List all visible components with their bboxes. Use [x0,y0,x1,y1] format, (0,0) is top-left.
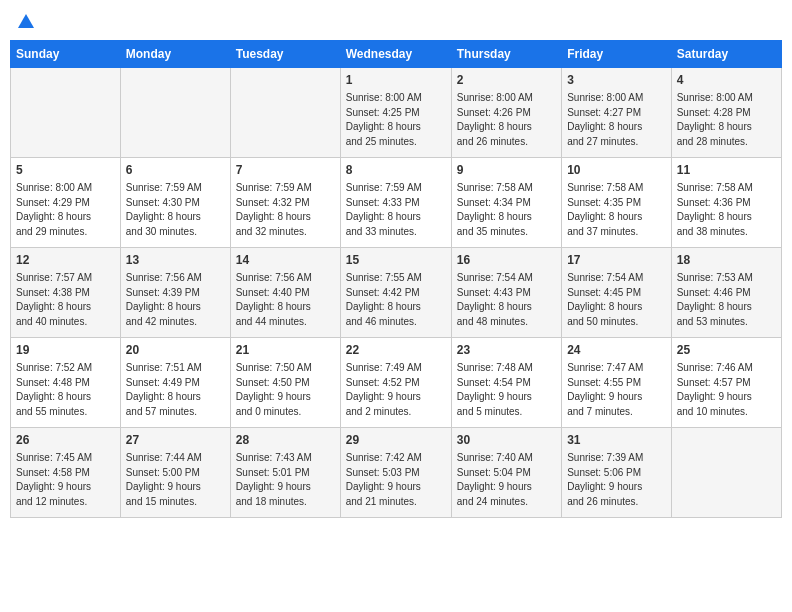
calendar-cell: 22Sunrise: 7:49 AM Sunset: 4:52 PM Dayli… [340,338,451,428]
day-info: Sunrise: 7:51 AM Sunset: 4:49 PM Dayligh… [126,361,225,419]
logo-triangle-icon [18,12,34,28]
day-number: 13 [126,252,225,269]
calendar-cell: 11Sunrise: 7:58 AM Sunset: 4:36 PM Dayli… [671,158,781,248]
day-info: Sunrise: 8:00 AM Sunset: 4:28 PM Dayligh… [677,91,776,149]
day-info: Sunrise: 7:58 AM Sunset: 4:35 PM Dayligh… [567,181,666,239]
calendar-cell: 30Sunrise: 7:40 AM Sunset: 5:04 PM Dayli… [451,428,561,518]
calendar-cell: 31Sunrise: 7:39 AM Sunset: 5:06 PM Dayli… [562,428,672,518]
calendar-cell: 3Sunrise: 8:00 AM Sunset: 4:27 PM Daylig… [562,68,672,158]
day-info: Sunrise: 7:44 AM Sunset: 5:00 PM Dayligh… [126,451,225,509]
day-info: Sunrise: 7:58 AM Sunset: 4:36 PM Dayligh… [677,181,776,239]
day-info: Sunrise: 7:58 AM Sunset: 4:34 PM Dayligh… [457,181,556,239]
calendar-cell: 10Sunrise: 7:58 AM Sunset: 4:35 PM Dayli… [562,158,672,248]
day-header-row: SundayMondayTuesdayWednesdayThursdayFrid… [11,41,782,68]
day-number: 26 [16,432,115,449]
day-info: Sunrise: 8:00 AM Sunset: 4:29 PM Dayligh… [16,181,115,239]
calendar-body: 1Sunrise: 8:00 AM Sunset: 4:25 PM Daylig… [11,68,782,518]
calendar-cell: 6Sunrise: 7:59 AM Sunset: 4:30 PM Daylig… [120,158,230,248]
calendar-cell: 21Sunrise: 7:50 AM Sunset: 4:50 PM Dayli… [230,338,340,428]
day-number: 19 [16,342,115,359]
day-number: 4 [677,72,776,89]
calendar-cell: 12Sunrise: 7:57 AM Sunset: 4:38 PM Dayli… [11,248,121,338]
day-info: Sunrise: 7:56 AM Sunset: 4:39 PM Dayligh… [126,271,225,329]
day-info: Sunrise: 7:52 AM Sunset: 4:48 PM Dayligh… [16,361,115,419]
calendar-cell: 15Sunrise: 7:55 AM Sunset: 4:42 PM Dayli… [340,248,451,338]
day-info: Sunrise: 7:42 AM Sunset: 5:03 PM Dayligh… [346,451,446,509]
calendar-cell: 27Sunrise: 7:44 AM Sunset: 5:00 PM Dayli… [120,428,230,518]
calendar-cell: 7Sunrise: 7:59 AM Sunset: 4:32 PM Daylig… [230,158,340,248]
day-number: 16 [457,252,556,269]
day-number: 5 [16,162,115,179]
day-info: Sunrise: 7:53 AM Sunset: 4:46 PM Dayligh… [677,271,776,329]
day-number: 10 [567,162,666,179]
calendar-cell: 28Sunrise: 7:43 AM Sunset: 5:01 PM Dayli… [230,428,340,518]
calendar-cell [11,68,121,158]
day-number: 2 [457,72,556,89]
day-info: Sunrise: 7:59 AM Sunset: 4:32 PM Dayligh… [236,181,335,239]
day-info: Sunrise: 7:49 AM Sunset: 4:52 PM Dayligh… [346,361,446,419]
day-info: Sunrise: 7:50 AM Sunset: 4:50 PM Dayligh… [236,361,335,419]
page-header [10,10,782,32]
day-number: 1 [346,72,446,89]
calendar-cell [671,428,781,518]
day-number: 3 [567,72,666,89]
calendar-cell: 8Sunrise: 7:59 AM Sunset: 4:33 PM Daylig… [340,158,451,248]
day-number: 18 [677,252,776,269]
calendar-cell: 17Sunrise: 7:54 AM Sunset: 4:45 PM Dayli… [562,248,672,338]
day-number: 9 [457,162,556,179]
day-number: 25 [677,342,776,359]
calendar-cell: 13Sunrise: 7:56 AM Sunset: 4:39 PM Dayli… [120,248,230,338]
day-header-monday: Monday [120,41,230,68]
calendar-cell: 5Sunrise: 8:00 AM Sunset: 4:29 PM Daylig… [11,158,121,248]
calendar-cell: 9Sunrise: 7:58 AM Sunset: 4:34 PM Daylig… [451,158,561,248]
day-header-sunday: Sunday [11,41,121,68]
day-info: Sunrise: 7:56 AM Sunset: 4:40 PM Dayligh… [236,271,335,329]
day-header-saturday: Saturday [671,41,781,68]
day-info: Sunrise: 7:48 AM Sunset: 4:54 PM Dayligh… [457,361,556,419]
day-number: 14 [236,252,335,269]
day-number: 17 [567,252,666,269]
day-info: Sunrise: 7:57 AM Sunset: 4:38 PM Dayligh… [16,271,115,329]
day-number: 28 [236,432,335,449]
calendar-cell: 14Sunrise: 7:56 AM Sunset: 4:40 PM Dayli… [230,248,340,338]
calendar-week-2: 12Sunrise: 7:57 AM Sunset: 4:38 PM Dayli… [11,248,782,338]
calendar-cell: 23Sunrise: 7:48 AM Sunset: 4:54 PM Dayli… [451,338,561,428]
calendar-cell: 24Sunrise: 7:47 AM Sunset: 4:55 PM Dayli… [562,338,672,428]
day-number: 22 [346,342,446,359]
day-info: Sunrise: 7:43 AM Sunset: 5:01 PM Dayligh… [236,451,335,509]
day-header-wednesday: Wednesday [340,41,451,68]
day-header-tuesday: Tuesday [230,41,340,68]
day-info: Sunrise: 7:45 AM Sunset: 4:58 PM Dayligh… [16,451,115,509]
calendar-header: SundayMondayTuesdayWednesdayThursdayFrid… [11,41,782,68]
calendar-week-0: 1Sunrise: 8:00 AM Sunset: 4:25 PM Daylig… [11,68,782,158]
calendar-cell: 16Sunrise: 7:54 AM Sunset: 4:43 PM Dayli… [451,248,561,338]
calendar-cell: 20Sunrise: 7:51 AM Sunset: 4:49 PM Dayli… [120,338,230,428]
calendar-cell: 4Sunrise: 8:00 AM Sunset: 4:28 PM Daylig… [671,68,781,158]
day-info: Sunrise: 7:54 AM Sunset: 4:43 PM Dayligh… [457,271,556,329]
day-info: Sunrise: 8:00 AM Sunset: 4:25 PM Dayligh… [346,91,446,149]
calendar-cell: 26Sunrise: 7:45 AM Sunset: 4:58 PM Dayli… [11,428,121,518]
day-info: Sunrise: 7:55 AM Sunset: 4:42 PM Dayligh… [346,271,446,329]
day-header-thursday: Thursday [451,41,561,68]
day-number: 27 [126,432,225,449]
day-number: 8 [346,162,446,179]
day-info: Sunrise: 7:40 AM Sunset: 5:04 PM Dayligh… [457,451,556,509]
calendar-cell: 1Sunrise: 8:00 AM Sunset: 4:25 PM Daylig… [340,68,451,158]
day-info: Sunrise: 7:47 AM Sunset: 4:55 PM Dayligh… [567,361,666,419]
day-info: Sunrise: 7:39 AM Sunset: 5:06 PM Dayligh… [567,451,666,509]
day-info: Sunrise: 7:46 AM Sunset: 4:57 PM Dayligh… [677,361,776,419]
day-number: 31 [567,432,666,449]
calendar-cell: 19Sunrise: 7:52 AM Sunset: 4:48 PM Dayli… [11,338,121,428]
day-number: 15 [346,252,446,269]
calendar-table: SundayMondayTuesdayWednesdayThursdayFrid… [10,40,782,518]
calendar-week-1: 5Sunrise: 8:00 AM Sunset: 4:29 PM Daylig… [11,158,782,248]
day-number: 11 [677,162,776,179]
day-number: 12 [16,252,115,269]
calendar-cell: 18Sunrise: 7:53 AM Sunset: 4:46 PM Dayli… [671,248,781,338]
day-number: 23 [457,342,556,359]
day-number: 29 [346,432,446,449]
calendar-cell [230,68,340,158]
day-number: 7 [236,162,335,179]
calendar-cell: 25Sunrise: 7:46 AM Sunset: 4:57 PM Dayli… [671,338,781,428]
day-number: 30 [457,432,556,449]
